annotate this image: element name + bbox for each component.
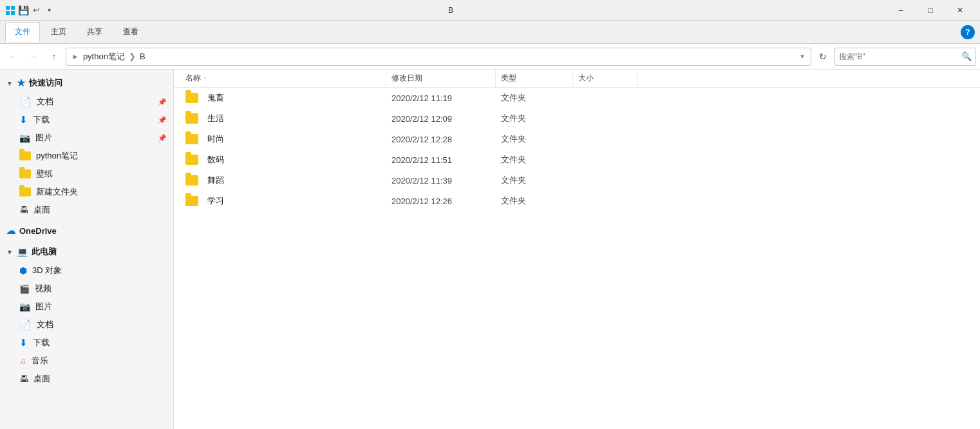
col-size-label: 大小 (578, 73, 594, 84)
file-area: 名称 ↑ 修改日期 类型 大小 鬼畜 2020/2/12 11:19 文件夹 (174, 70, 980, 429)
svg-rect-0 (6, 6, 10, 10)
doc-icon: 📄 (19, 96, 32, 108)
col-header-name[interactable]: 名称 ↑ (180, 70, 386, 87)
close-button[interactable]: ✕ (945, 0, 975, 21)
path-part-python[interactable]: python笔记 (83, 51, 125, 62)
file-cell-type: 文件夹 (496, 170, 573, 191)
quick-access-collapse-icon: ▼ (6, 80, 13, 87)
sidebar: ▼ ★ 快速访问 📄 文档 📌 ⬇ 下载 📌 📷 图片 📌 python笔记 (0, 70, 174, 429)
file-cell-size (573, 88, 637, 108)
file-folder-icon (185, 196, 198, 206)
sidebar-item-3d[interactable]: ⬢ 3D 对象 (0, 262, 173, 280)
sidebar-item-new-folder[interactable]: 新建文件夹 (0, 183, 173, 201)
col-header-date[interactable]: 修改日期 (386, 70, 496, 87)
window-icon (5, 5, 15, 15)
col-header-type[interactable]: 类型 (496, 70, 573, 87)
file-folder-icon (185, 93, 198, 103)
up-button[interactable]: ↑ (45, 48, 63, 66)
file-cell-size (573, 170, 637, 191)
sidebar-item-doc[interactable]: 📄 文档 📌 (0, 93, 173, 111)
file-cell-type: 文件夹 (496, 88, 573, 108)
forward-button[interactable]: → (24, 48, 42, 66)
sidebar-section-onedrive[interactable]: ☁ OneDrive (0, 222, 173, 240)
file-cell-size (573, 108, 637, 129)
sidebar-item-desktop[interactable]: 🖶 桌面 (0, 201, 173, 219)
video-icon: 🎬 (19, 284, 30, 294)
search-icon[interactable]: 🔍 (961, 52, 972, 61)
3d-icon: ⬢ (19, 265, 27, 276)
search-box[interactable]: 🔍 (834, 48, 976, 66)
file-folder-icon (185, 155, 198, 165)
folder-icon-wallpaper (19, 169, 31, 178)
sidebar-item-music-label: 音乐 (32, 355, 48, 367)
pc-desktop-icon: 🖶 (19, 374, 28, 384)
file-name-text: 数码 (207, 154, 224, 166)
tab-view[interactable]: 查看 (113, 22, 148, 42)
table-row[interactable]: 舞蹈 2020/2/12 11:39 文件夹 (174, 170, 980, 191)
quick-access-label: 快速访问 (29, 77, 62, 89)
column-headers: 名称 ↑ 修改日期 类型 大小 (174, 70, 980, 88)
table-row[interactable]: 鬼畜 2020/2/12 11:19 文件夹 (174, 88, 980, 108)
tab-share[interactable]: 共享 (77, 22, 112, 42)
sidebar-item-pc-doc[interactable]: 📄 文档 (0, 316, 173, 334)
file-cell-size (573, 149, 637, 170)
tab-home[interactable]: 主页 (41, 22, 76, 42)
sidebar-section-quick-access[interactable]: ▼ ★ 快速访问 (0, 73, 173, 93)
onedrive-label: OneDrive (19, 226, 57, 236)
file-cell-name: 舞蹈 (180, 170, 386, 191)
help-button[interactable]: ? (961, 25, 975, 39)
onedrive-icon: ☁ (6, 225, 15, 236)
sidebar-item-python-notes[interactable]: python笔记 (0, 147, 173, 165)
minimize-button[interactable]: – (886, 0, 916, 21)
sidebar-item-desktop-label: 桌面 (33, 204, 50, 216)
address-dropdown-icon[interactable]: ▼ (799, 53, 806, 60)
sidebar-item-doc-label: 文档 (37, 96, 53, 108)
sidebar-item-3d-label: 3D 对象 (32, 265, 62, 276)
pc-download-icon: ⬇ (19, 337, 28, 348)
sidebar-item-wallpaper-label: 壁纸 (36, 168, 53, 180)
sidebar-item-pictures[interactable]: 📷 图片 📌 (0, 129, 173, 147)
table-row[interactable]: 学习 2020/2/12 12:26 文件夹 (174, 191, 980, 211)
sidebar-item-pictures-label: 图片 (35, 132, 52, 144)
sidebar-item-wallpaper[interactable]: 壁纸 (0, 165, 173, 183)
ribbon: 文件 主页 共享 查看 ? (0, 21, 980, 44)
main-content: ▼ ★ 快速访问 📄 文档 📌 ⬇ 下载 📌 📷 图片 📌 python笔记 (0, 70, 980, 429)
address-bar: ← → ↑ ► python笔记 ❯ B ▼ ↻ 🔍 (0, 44, 980, 70)
table-row[interactable]: 生活 2020/2/12 12:09 文件夹 (174, 108, 980, 129)
file-cell-date: 2020/2/12 11:51 (386, 149, 496, 170)
sidebar-item-pc-pictures[interactable]: 📷 图片 (0, 298, 173, 316)
sidebar-item-pc-pictures-label: 图片 (35, 301, 52, 312)
sidebar-item-music[interactable]: ♫ 音乐 (0, 352, 173, 370)
sidebar-item-pc-desktop[interactable]: 🖶 桌面 (0, 370, 173, 388)
refresh-button[interactable]: ↻ (814, 48, 832, 66)
maximize-button[interactable]: □ (916, 0, 945, 21)
file-list: 鬼畜 2020/2/12 11:19 文件夹 生活 2020/2/12 12:0… (174, 88, 980, 429)
file-cell-date: 2020/2/12 11:19 (386, 88, 496, 108)
ribbon-help: ? (961, 25, 975, 39)
col-header-size[interactable]: 大小 (573, 70, 637, 87)
path-part-b[interactable]: B (140, 52, 146, 61)
sidebar-item-pc-download-label: 下载 (33, 337, 50, 348)
sidebar-item-download-label: 下载 (33, 114, 50, 126)
image-icon: 📷 (19, 133, 30, 143)
pin-icon-2: 📌 (158, 116, 167, 124)
col-name-label: 名称 (185, 73, 201, 84)
tab-file[interactable]: 文件 (5, 22, 40, 42)
back-button[interactable]: ← (4, 48, 22, 66)
sidebar-section-computer[interactable]: ▼ 💻 此电脑 (0, 242, 173, 262)
folder-icon-python (19, 151, 31, 160)
file-name-text: 舞蹈 (207, 175, 224, 186)
sidebar-item-new-folder-label: 新建文件夹 (36, 186, 78, 198)
col-type-label: 类型 (501, 73, 516, 84)
file-cell-name: 生活 (180, 108, 386, 129)
table-row[interactable]: 时尚 2020/2/12 12:28 文件夹 (174, 129, 980, 149)
file-name-text: 时尚 (207, 133, 224, 145)
sidebar-item-pc-download[interactable]: ⬇ 下载 (0, 334, 173, 352)
search-input[interactable] (839, 52, 959, 61)
sidebar-item-pc-doc-label: 文档 (37, 319, 53, 330)
address-path[interactable]: ► python笔记 ❯ B ▼ (66, 48, 811, 66)
sidebar-item-video[interactable]: 🎬 视频 (0, 280, 173, 298)
file-cell-size (573, 129, 637, 149)
table-row[interactable]: 数码 2020/2/12 11:51 文件夹 (174, 149, 980, 170)
sidebar-item-download[interactable]: ⬇ 下载 📌 (0, 111, 173, 129)
